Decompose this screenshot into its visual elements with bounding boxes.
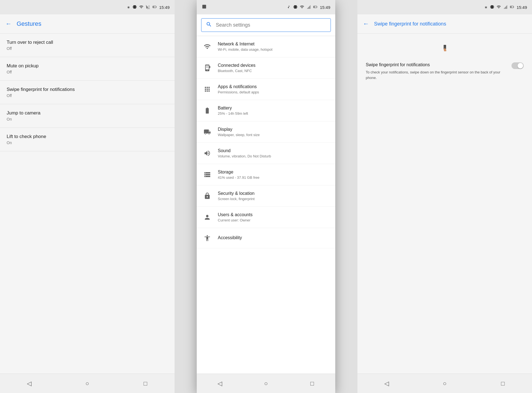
fingerprint-illustration (357, 34, 532, 57)
svg-rect-2 (134, 5, 136, 9)
back-nav-center[interactable]: ◁ (214, 378, 225, 389)
apps-icon (203, 85, 212, 94)
recents-nav-right[interactable]: □ (497, 378, 508, 389)
jump-camera-subtitle: On (7, 117, 168, 121)
status-time-left: 15:49 (159, 5, 170, 10)
list-item-turn-over[interactable]: Turn over to reject call Off (0, 34, 175, 57)
settings-item-battery[interactable]: Battery 25% - 14h 59m left (197, 100, 335, 121)
settings-item-network[interactable]: Network & Internet Wi-Fi, mobile, data u… (197, 36, 335, 57)
phone-hand-svg (441, 45, 448, 51)
settings-item-accessibility[interactable]: Accessibility (197, 228, 335, 248)
home-nav-right[interactable]: ○ (439, 378, 450, 389)
svg-rect-6 (490, 6, 491, 8)
status-icons-right: ∗ 15:49 (484, 5, 527, 10)
lift-check-subtitle: On (7, 141, 168, 145)
svg-rect-36 (317, 6, 317, 7)
status-time-center: 15:49 (320, 5, 330, 10)
fingerprint-header-title: Swipe fingerprint for notifications (374, 21, 446, 27)
back-nav-right[interactable]: ◁ (381, 378, 392, 389)
apps-title: Apps & notifications (218, 84, 329, 89)
battery-icon-center (313, 5, 318, 10)
svg-rect-11 (510, 6, 512, 7)
settings-item-sound[interactable]: Sound Volume, vibration, Do Not Disturb (197, 143, 335, 164)
network-icon (203, 42, 212, 51)
display-icon (203, 127, 212, 136)
fingerprint-header: ← Swipe fingerprint for notifications (357, 14, 532, 33)
home-nav-center[interactable]: ○ (260, 378, 272, 389)
connected-title: Connected devices (218, 63, 329, 68)
battery-text: Battery 25% - 14h 59m left (218, 106, 329, 116)
mute-pickup-subtitle: Off (7, 70, 168, 74)
settings-item-storage[interactable]: Storage 41% used - 37.91 GB free (197, 164, 335, 185)
battery-settings-icon (203, 106, 212, 115)
svg-rect-38 (209, 66, 210, 68)
svg-rect-10 (514, 6, 514, 7)
search-placeholder: Search settings (216, 22, 326, 28)
connected-subtitle: Bluetooth, Cast, NFC (218, 69, 329, 73)
storage-text: Storage 41% used - 37.91 GB free (218, 170, 329, 180)
settings-item-security[interactable]: Security & location Screen lock, fingerp… (197, 185, 335, 207)
svg-rect-22 (444, 48, 444, 50)
fingerprint-detail-screen: ∗ 15:49 ← Swipe fingerprint for notifica… (357, 0, 532, 393)
back-nav-left[interactable]: ◁ (24, 378, 35, 389)
status-bar-right: ∗ 15:49 (357, 0, 532, 14)
settings-item-users[interactable]: Users & accounts Current user: Owner (197, 207, 335, 228)
status-left-icon (202, 4, 207, 10)
recents-nav-center[interactable]: □ (307, 378, 318, 389)
svg-point-16 (445, 46, 445, 46)
home-nav-left[interactable]: ○ (82, 378, 93, 389)
back-button-left[interactable]: ← (6, 20, 12, 27)
vibrate-icon-right (490, 5, 494, 10)
svg-point-18 (445, 47, 446, 47)
network-text: Network & Internet Wi-Fi, mobile, data u… (218, 42, 329, 52)
lift-check-title: Lift to check phone (7, 134, 168, 139)
wifi-icon (139, 5, 144, 10)
battery-title: Battery (218, 106, 329, 111)
list-item-mute-pickup[interactable]: Mute on pickup Off (0, 57, 175, 80)
fingerprint-toggle[interactable] (511, 62, 524, 69)
vibrate-icon (132, 5, 137, 10)
mute-pickup-title: Mute on pickup (7, 63, 168, 69)
sound-icon (203, 149, 212, 158)
back-button-right[interactable]: ← (363, 20, 369, 27)
settings-item-apps[interactable]: Apps & notifications Permissions, defaul… (197, 79, 335, 100)
turn-over-title: Turn over to reject call (7, 40, 168, 45)
nav-bar-left: ◁ ○ □ (0, 374, 175, 393)
apps-text: Apps & notifications Permissions, defaul… (218, 84, 329, 94)
battery-icon-right (510, 5, 514, 10)
svg-rect-32 (294, 6, 294, 8)
recents-nav-left[interactable]: □ (140, 378, 151, 389)
connected-text: Connected devices Bluetooth, Cast, NFC (218, 63, 329, 73)
gestures-header: ← Gestures (0, 14, 175, 33)
svg-rect-7 (494, 6, 494, 8)
svg-rect-13 (444, 45, 446, 49)
signal-icon (146, 5, 150, 10)
storage-icon (203, 170, 212, 179)
settings-item-display[interactable]: Display Wallpaper, sleep, font size (197, 121, 335, 143)
fingerprint-desc-body: To check your notifications, swipe down … (366, 70, 507, 80)
list-item-lift-check[interactable]: Lift to check phone On (0, 128, 175, 151)
svg-rect-23 (444, 48, 445, 50)
search-bar[interactable]: Search settings (201, 18, 331, 32)
list-item-jump-camera[interactable]: Jump to camera On (0, 104, 175, 127)
status-time-right: 15:49 (516, 5, 527, 10)
battery-icon-left (152, 5, 157, 10)
sound-text: Sound Volume, vibration, Do Not Disturb (218, 148, 329, 158)
search-container: Search settings (197, 14, 335, 36)
list-item-swipe-fingerprint[interactable]: Swipe fingerprint for notifications Off (0, 81, 175, 104)
gestures-title: Gestures (17, 20, 41, 27)
swipe-fingerprint-title: Swipe fingerprint for notifications (7, 87, 168, 92)
status-bar-center: 15:49 (197, 0, 335, 14)
users-subtitle: Current user: Owner (218, 218, 329, 222)
nav-bar-center: ◁ ○ □ (197, 374, 335, 393)
network-subtitle: Wi-Fi, mobile, data usage, hotspot (218, 47, 329, 52)
battery-subtitle: 25% - 14h 59m left (218, 111, 329, 116)
vibrate-icon-center (293, 5, 298, 10)
accessibility-text: Accessibility (218, 235, 329, 241)
security-title: Security & location (218, 191, 329, 196)
signal-icon-right (503, 5, 508, 10)
users-text: Users & accounts Current user: Owner (218, 212, 329, 222)
storage-subtitle: 41% used - 37.91 GB free (218, 175, 329, 180)
settings-item-connected[interactable]: Connected devices Bluetooth, Cast, NFC (197, 57, 335, 79)
accessibility-title: Accessibility (218, 235, 329, 240)
